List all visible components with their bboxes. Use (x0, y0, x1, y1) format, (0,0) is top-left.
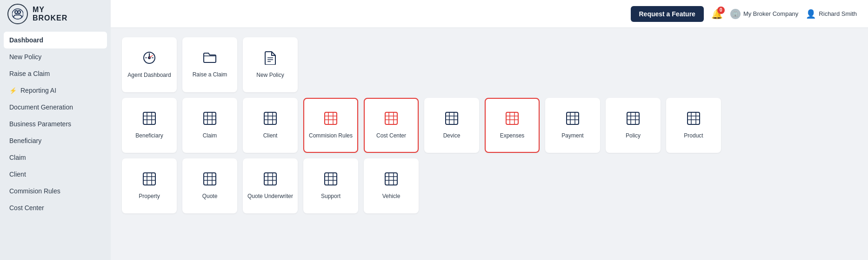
sidebar-item-beneficiary[interactable]: Beneficiary (0, 132, 111, 149)
table-icon (626, 111, 640, 129)
card-label-agent-dashboard: Agent Dashboard (126, 72, 173, 79)
card-payment[interactable]: Payment (545, 98, 600, 153)
svg-rect-77 (325, 173, 337, 185)
card-expenses[interactable]: Expenses (485, 98, 540, 153)
card-policy[interactable]: Policy (606, 98, 661, 153)
svg-rect-72 (264, 173, 276, 185)
svg-point-2 (12, 9, 23, 19)
sidebar-label-commision-rules: Commision Rules (9, 187, 60, 195)
sidebar-logo: MY BROKER (0, 0, 111, 28)
sidebar-item-client[interactable]: Client (0, 166, 111, 183)
card-label-support: Support (319, 193, 342, 200)
cards-row-1: Agent Dashboard Raise a Claim New Policy (122, 37, 857, 92)
table-icon (263, 111, 277, 129)
request-feature-button[interactable]: Request a Feature (631, 6, 704, 22)
sidebar: MY BROKER DashboardNew PolicyRaise a Cla… (0, 0, 111, 260)
svg-rect-12 (143, 112, 155, 124)
card-quote[interactable]: Quote (182, 158, 237, 213)
card-agent-dashboard[interactable]: Agent Dashboard (122, 37, 177, 92)
table-icon (324, 111, 338, 129)
card-label-claim: Claim (201, 132, 219, 140)
sidebar-emoji-reporting-ai: ⚡ (9, 87, 17, 94)
user-icon: 👤 (806, 9, 816, 19)
card-label-beneficiary: Beneficiary (134, 132, 165, 140)
sidebar-item-cost-center[interactable]: Cost Center (0, 199, 111, 216)
table-icon (505, 111, 519, 129)
company-avatar: 🏢 (730, 9, 741, 19)
sidebar-item-new-policy[interactable]: New Policy (0, 48, 111, 65)
card-new-policy[interactable]: New Policy (243, 37, 298, 92)
card-label-property: Property (137, 193, 161, 200)
notification-badge: 0 (717, 7, 725, 14)
svg-rect-42 (506, 112, 518, 124)
sidebar-item-reporting-ai[interactable]: ⚡Reporting AI (0, 82, 111, 99)
card-label-quote-underwriter: Quote Underwriter (246, 193, 295, 200)
card-device[interactable]: Device (424, 98, 479, 153)
table-icon (203, 111, 217, 129)
card-cost-center[interactable]: Cost Center (364, 98, 419, 153)
table-icon (324, 172, 338, 189)
card-product[interactable]: Product (666, 98, 721, 153)
sidebar-label-business-parameters: Business Parameters (9, 120, 71, 128)
card-commision-rules[interactable]: Commision Rules (303, 98, 358, 153)
card-client[interactable]: Client (243, 98, 298, 153)
card-claim[interactable]: Claim (182, 98, 237, 153)
user-menu[interactable]: 👤 Richard Smith (806, 9, 857, 19)
table-icon (566, 111, 580, 129)
sidebar-item-business-parameters[interactable]: Business Parameters (0, 116, 111, 132)
table-icon (687, 111, 701, 129)
sidebar-item-raise-a-claim[interactable]: Raise a Claim (0, 65, 111, 82)
card-quote-underwriter[interactable]: Quote Underwriter (243, 158, 298, 213)
card-support[interactable]: Support (303, 158, 358, 213)
card-label-device: Device (441, 132, 462, 140)
card-label-cost-center: Cost Center (374, 132, 408, 140)
company-selector[interactable]: 🏢 My Broker Company (730, 9, 798, 19)
svg-rect-17 (204, 112, 216, 124)
sidebar-item-commision-rules[interactable]: Commision Rules (0, 183, 111, 199)
svg-rect-27 (325, 112, 337, 124)
table-icon (263, 172, 277, 189)
svg-rect-52 (627, 112, 639, 124)
card-label-policy: Policy (624, 132, 642, 140)
cards-row-3: Property Quote Quote Underwriter Support… (122, 158, 857, 213)
card-label-expenses: Expenses (498, 132, 527, 140)
card-label-client: Client (261, 132, 280, 140)
logo-icon (7, 4, 28, 24)
sidebar-label-client: Client (9, 171, 26, 178)
sidebar-item-claim[interactable]: Claim (0, 149, 111, 166)
sidebar-label-reporting-ai: Reporting AI (20, 87, 56, 94)
card-raise-a-claim[interactable]: Raise a Claim (182, 37, 237, 92)
user-name: Richard Smith (819, 10, 857, 17)
card-label-payment: Payment (560, 132, 585, 140)
card-label-vehicle: Vehicle (381, 193, 402, 200)
card-label-new-policy: New Policy (254, 72, 286, 79)
card-property[interactable]: Property (122, 158, 177, 213)
card-label-quote: Quote (200, 193, 220, 200)
table-icon (142, 172, 156, 189)
sidebar-item-document-generation[interactable]: Document Generation (0, 99, 111, 116)
cards-row-2: Beneficiary Claim Client Commision Rules… (122, 98, 857, 153)
table-icon (203, 172, 217, 189)
main-content: Agent Dashboard Raise a Claim New Policy… (111, 28, 868, 260)
sidebar-label-cost-center: Cost Center (9, 204, 44, 212)
svg-rect-32 (385, 112, 397, 124)
sidebar-label-raise-a-claim: Raise a Claim (9, 70, 50, 77)
sidebar-label-beneficiary: Beneficiary (9, 137, 41, 144)
sidebar-item-dashboard[interactable]: Dashboard (4, 32, 107, 48)
sidebar-logo-text: MY BROKER (33, 6, 67, 22)
sidebar-label-claim: Claim (9, 154, 26, 161)
card-vehicle[interactable]: Vehicle (364, 158, 419, 213)
card-label-raise-a-claim: Raise a Claim (191, 71, 229, 79)
company-name: My Broker Company (743, 10, 798, 17)
card-beneficiary[interactable]: Beneficiary (122, 98, 177, 153)
svg-rect-22 (264, 112, 276, 124)
table-icon (142, 111, 156, 129)
sidebar-navigation: DashboardNew PolicyRaise a Claim⚡Reporti… (0, 28, 111, 220)
notification-bell[interactable]: 🔔 0 (711, 8, 723, 20)
table-icon (384, 111, 398, 129)
sidebar-label-dashboard: Dashboard (9, 36, 43, 44)
card-label-product: Product (682, 132, 705, 140)
folder-icon (203, 51, 217, 68)
topbar: Request a Feature 🔔 0 🏢 My Broker Compan… (111, 0, 868, 28)
svg-rect-57 (688, 112, 700, 124)
